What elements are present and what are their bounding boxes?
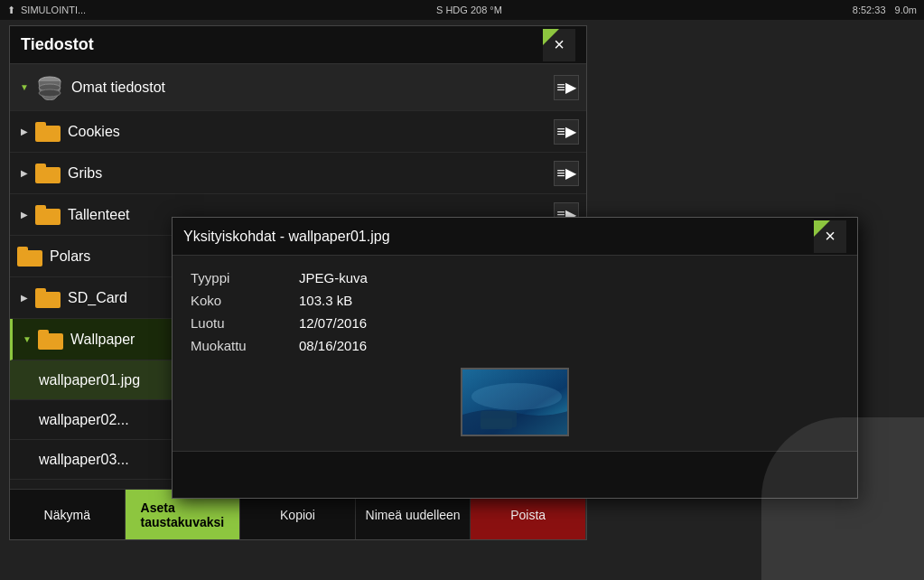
time-display: 8:52:33 [853, 5, 886, 15]
expand-arrow-wallpaper: ▼ [20, 332, 34, 347]
detail-val-tyyppi: JPEG-kuva [299, 270, 368, 285]
distance-display: 9.0m [895, 5, 917, 15]
detail-key-tyyppi: Tyyppi [191, 270, 299, 285]
status-bar: ⬆ SIMULOINTI... S HDG 208 °M 8:52:33 9.0… [0, 0, 924, 20]
detail-popup-titlebar: Yksityiskohdat - wallpaper01.jpg × [173, 218, 857, 256]
upload-icon: ⬆ [7, 5, 15, 16]
tree-item-cookies-action[interactable]: ≡▶ [554, 119, 579, 145]
svg-point-2 [39, 89, 61, 97]
status-bar-right: 8:52:33 9.0m [853, 5, 917, 15]
detail-key-luotu: Luotu [191, 315, 299, 331]
aseta-label: Asetataustakuvaksi [141, 500, 225, 529]
folder-icon-polars [17, 247, 42, 267]
detail-row-koko: Koko 103.3 kB [191, 293, 839, 308]
tree-item-gribs[interactable]: ▶ Gribs ≡▶ [10, 153, 586, 194]
status-bar-center: S HDG 208 °M [436, 5, 502, 15]
nakyma-label: Näkymä [44, 508, 90, 522]
status-bar-left: ⬆ SIMULOINTI... [7, 5, 86, 16]
file-manager-title: Tiedostot [21, 35, 94, 54]
tree-item-root-label: Omat tiedostot [71, 80, 554, 96]
detail-key-muokattu: Muokattu [191, 338, 299, 353]
folder-icon-cookies [35, 122, 61, 142]
close-icon: × [554, 34, 565, 55]
expand-arrow-sdcard: ▶ [17, 291, 32, 305]
file-manager-close-button[interactable]: × [543, 29, 575, 61]
nimeauudelleen-label: Nimeä uudelleen [366, 508, 461, 522]
svg-rect-5 [481, 418, 512, 429]
svg-point-4 [471, 383, 562, 410]
detail-row-tyyppi: Tyyppi JPEG-kuva [191, 270, 839, 285]
detail-popup-content: Tyyppi JPEG-kuva Koko 103.3 kB Luotu 12/… [173, 256, 857, 451]
db-icon [35, 75, 64, 100]
hdg-text: S HDG 208 °M [436, 5, 502, 15]
detail-popup: Yksityiskohdat - wallpaper01.jpg × Tyypp… [172, 217, 858, 499]
detail-row-muokattu: Muokattu 08/16/2016 [191, 338, 839, 353]
folder-icon-tallenteet [35, 205, 61, 225]
expand-arrow-tallenteet: ▶ [17, 208, 32, 222]
detail-preview [191, 368, 839, 436]
menu-icon: ≡▶ [556, 79, 575, 96]
folder-icon-gribs [35, 164, 61, 183]
preview-svg [462, 370, 569, 436]
tree-item-root-action[interactable]: ≡▶ [554, 75, 579, 100]
kopioi-label: Kopioi [280, 508, 315, 522]
tree-item-gribs-label: Gribs [68, 165, 554, 182]
detail-popup-toolbar [173, 451, 857, 498]
tree-item-gribs-action[interactable]: ≡▶ [554, 161, 579, 186]
close-icon-detail: × [825, 226, 835, 247]
detail-val-luotu: 12/07/2016 [299, 315, 367, 331]
file-manager-titlebar: Tiedostot × [10, 26, 586, 64]
detail-row-luotu: Luotu 12/07/2016 [191, 315, 839, 331]
folder-icon-sdcard [35, 288, 61, 308]
expand-arrow-cookies: ▶ [17, 125, 32, 139]
detail-popup-close-button[interactable]: × [814, 220, 846, 253]
menu-icon-cookies: ≡▶ [556, 123, 575, 140]
detail-val-koko: 103.3 kB [299, 293, 352, 308]
detail-key-koko: Koko [191, 293, 299, 308]
poista-label: Poista [510, 508, 546, 522]
toolbar-nakyma-button[interactable]: Näkymä [10, 490, 126, 539]
expand-arrow-gribs: ▶ [17, 166, 32, 181]
preview-thumbnail [461, 368, 569, 436]
tree-item-root[interactable]: ▼ Omat tiedostot ≡▶ [10, 64, 586, 111]
simulointi-text: SIMULOINTI... [21, 5, 86, 15]
detail-popup-title: Yksityiskohdat - wallpaper01.jpg [183, 229, 390, 245]
screen: ⬆ SIMULOINTI... S HDG 208 °M 8:52:33 9.0… [0, 0, 924, 580]
expand-arrow-root: ▼ [17, 80, 32, 95]
tree-item-cookies-label: Cookies [68, 124, 554, 140]
folder-icon-wallpaper [38, 330, 63, 350]
tree-item-cookies[interactable]: ▶ Cookies ≡▶ [10, 111, 586, 153]
detail-val-muokattu: 08/16/2016 [299, 338, 367, 353]
menu-icon-gribs: ≡▶ [556, 164, 575, 182]
